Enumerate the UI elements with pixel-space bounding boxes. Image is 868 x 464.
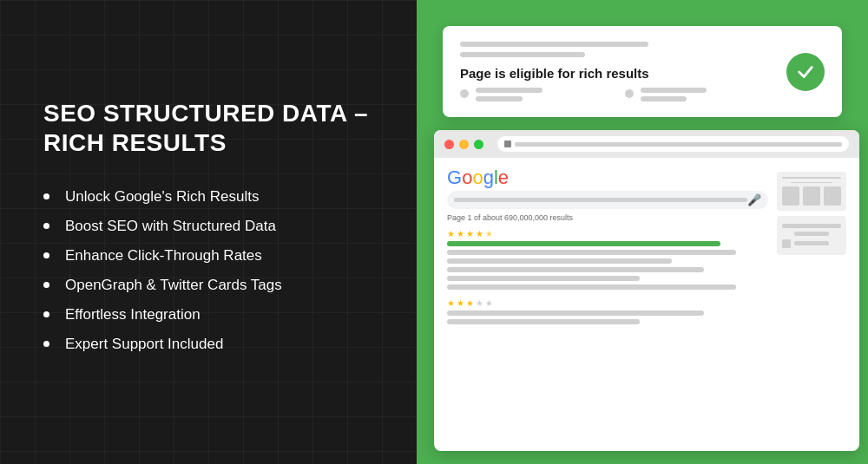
card-line-bottom-3 [641, 88, 707, 93]
result-lines-1 [447, 241, 768, 290]
google-logo: Google [447, 168, 768, 187]
rl-green-1 [447, 241, 720, 246]
card-line-bottom-2 [476, 96, 523, 101]
results-count: Page 1 of about 690,000,000 results [447, 213, 768, 222]
star-2: ★ [457, 229, 465, 238]
bullet-feature-2 [43, 223, 49, 229]
left-panel: SEO STRUCTURED DATA – RICH RESULTS Unloc… [0, 0, 417, 464]
feature-text-feature-1: Unlock Google's Rich Results [65, 188, 259, 206]
feature-text-feature-6: Expert Support Included [65, 336, 223, 353]
feature-item-feature-1: Unlock Google's Rich Results [43, 188, 373, 206]
feature-item-feature-5: Effortless Integration [43, 306, 373, 323]
bullet-feature-4 [43, 282, 49, 288]
search-sidebar [777, 168, 846, 333]
star2-3: ★ [466, 298, 475, 307]
star2-2: ★ [457, 298, 465, 307]
card-line-bottom-1 [476, 88, 542, 93]
feature-text-feature-2: Boost SEO with Structured Data [65, 218, 276, 235]
dot-circle-2 [625, 89, 634, 98]
star2-5: ★ [485, 298, 494, 307]
result-lines-2 [447, 310, 768, 324]
star2-4: ★ [476, 298, 484, 307]
bullet-feature-6 [43, 341, 49, 347]
search-result-2: ★ ★ ★ ★ ★ [447, 298, 768, 324]
sidebar-block-2 [777, 216, 846, 255]
star2-1: ★ [447, 298, 456, 307]
browser-card: Google 🎤 Page 1 of about 690,000,000 res… [434, 130, 859, 451]
browser-addressbar [497, 136, 849, 152]
feature-text-feature-3: Enhance Click-Through Rates [65, 247, 262, 265]
lock-icon [504, 141, 511, 147]
bullet-feature-1 [43, 193, 49, 199]
bullet-feature-5 [43, 311, 49, 317]
rl-2 [447, 258, 672, 264]
card-bottom-lines [460, 88, 773, 101]
search-main: Google 🎤 Page 1 of about 690,000,000 res… [447, 168, 768, 333]
card-line-bottom-4 [641, 96, 687, 101]
right-panel-inner: Page is eligible for rich results [417, 0, 868, 464]
feature-item-feature-6: Expert Support Included [43, 336, 373, 353]
rl-4 [447, 276, 640, 281]
browser-body: Google 🎤 Page 1 of about 690,000,000 res… [434, 158, 859, 343]
rich-results-text: Page is eligible for rich results [460, 66, 773, 81]
card-content: Page is eligible for rich results [460, 42, 773, 101]
browser-dot-red [444, 140, 454, 149]
rl2-2 [447, 319, 640, 324]
rl-3 [447, 267, 704, 272]
stars-row-2: ★ ★ ★ ★ ★ [447, 298, 768, 307]
browser-dot-green [474, 140, 483, 149]
bullet-feature-3 [43, 252, 49, 258]
sb-line-4 [794, 232, 830, 236]
rich-results-card: Page is eligible for rich results [443, 26, 842, 117]
stars-row-1: ★ ★ ★ ★ ★ [447, 229, 768, 238]
rl-1 [447, 250, 736, 255]
check-icon [786, 53, 825, 91]
sb-line-2 [791, 182, 832, 184]
search-bar-line [454, 198, 747, 202]
rl2-1 [447, 310, 704, 316]
sidebar-block-1 [777, 172, 846, 211]
address-line [515, 142, 842, 147]
star-3: ★ [466, 229, 475, 238]
right-panel: Page is eligible for rich results [417, 0, 868, 464]
sb-square-2 [803, 186, 820, 206]
star-5: ★ [485, 229, 494, 238]
feature-item-feature-3: Enhance Click-Through Rates [43, 247, 373, 265]
feature-text-feature-4: OpenGraph & Twitter Cards Tags [65, 277, 282, 294]
card-line-top-2 [460, 52, 585, 57]
star-4: ★ [476, 229, 484, 238]
card-top-lines [460, 42, 773, 57]
mic-icon: 🎤 [747, 193, 761, 206]
feature-item-feature-2: Boost SEO with Structured Data [43, 218, 373, 235]
rl-5 [447, 284, 736, 290]
sb-line-3 [782, 224, 841, 228]
main-title: SEO STRUCTURED DATA – RICH RESULTS [43, 99, 373, 157]
sb-check-line [794, 241, 829, 245]
browser-titlebar [434, 130, 859, 158]
browser-dot-yellow [459, 140, 469, 149]
sb-square-3 [824, 186, 841, 206]
search-result-1: ★ ★ ★ ★ ★ [447, 229, 768, 290]
sb-square-1 [782, 186, 799, 206]
sb-line-1 [782, 177, 841, 179]
star-1: ★ [447, 229, 456, 238]
dot-circle-1 [460, 89, 469, 98]
features-list: Unlock Google's Rich ResultsBoost SEO wi… [43, 188, 373, 365]
sb-squares [782, 186, 841, 206]
sb-check-1 [782, 239, 791, 248]
sb-checks [782, 239, 841, 248]
feature-text-feature-5: Effortless Integration [65, 306, 201, 323]
card-line-top-1 [460, 42, 648, 47]
search-bar: 🎤 [447, 191, 768, 209]
feature-item-feature-4: OpenGraph & Twitter Cards Tags [43, 277, 373, 294]
